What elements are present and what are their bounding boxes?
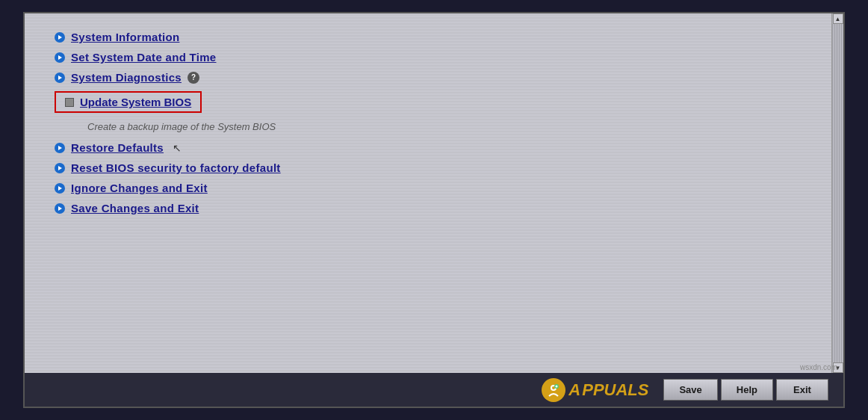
menu-item-save-changes[interactable]: Save Changes and Exit (55, 200, 802, 217)
menu-item-system-diagnostics[interactable]: System Diagnostics ? (55, 69, 802, 86)
main-content: System Information Set System Date and T… (25, 13, 843, 373)
arrow-icon (55, 143, 65, 153)
exit-button[interactable]: Exit (776, 379, 828, 401)
bottom-buttons: Save Help Exit (663, 379, 828, 401)
logo-icon (542, 378, 565, 402)
svg-point-3 (556, 385, 558, 387)
help-icon[interactable]: ? (187, 72, 199, 84)
arrow-icon (55, 163, 65, 173)
appuals-logo: APPUALS (542, 378, 648, 402)
update-bios-label: Update System BIOS (80, 96, 191, 108)
backup-text: Create a backup image of the System BIOS (87, 121, 276, 132)
help-button[interactable]: Help (721, 379, 773, 401)
set-date-label: Set System Date and Time (71, 51, 217, 64)
bios-screen: System Information Set System Date and T… (25, 13, 843, 373)
watermark: wsxdn.com (800, 363, 837, 371)
scroll-up-arrow[interactable]: ▲ (833, 13, 843, 24)
save-button[interactable]: Save (663, 379, 717, 401)
reset-bios-label: Reset BIOS security to factory default (71, 161, 281, 174)
update-bios-item[interactable]: Update System BIOS (55, 89, 802, 115)
arrow-icon (55, 183, 65, 194)
update-bios-box: Update System BIOS (55, 91, 202, 113)
arrow-icon (55, 32, 65, 43)
logo-text: A (568, 380, 580, 400)
menu-item-system-information[interactable]: System Information (55, 28, 802, 46)
restore-defaults-label: Restore Defaults (71, 141, 164, 154)
menu-area: System Information Set System Date and T… (25, 13, 831, 373)
logo-rest: PPUALS (582, 380, 648, 400)
scrollbar[interactable]: ▲ ▼ (831, 13, 843, 373)
square-icon (65, 98, 74, 107)
ignore-changes-label: Ignore Changes and Exit (71, 182, 208, 194)
system-diagnostics-label: System Diagnostics (71, 71, 182, 84)
menu-item-restore-defaults[interactable]: Restore Defaults ↖ (55, 139, 802, 156)
cursor-arrow: ↖ (173, 142, 182, 154)
backup-text-row: Create a backup image of the System BIOS (71, 120, 802, 133)
scrollbar-track (832, 24, 843, 362)
menu-item-set-date[interactable]: Set System Date and Time (55, 49, 802, 66)
bios-outer-frame: System Information Set System Date and T… (23, 12, 845, 408)
arrow-icon (55, 203, 65, 214)
menu-item-ignore-changes[interactable]: Ignore Changes and Exit (55, 179, 802, 197)
save-changes-label: Save Changes and Exit (71, 202, 199, 214)
arrow-icon (55, 52, 65, 63)
bottom-bar: APPUALS Save Help Exit (25, 373, 843, 407)
arrow-icon (55, 72, 65, 83)
menu-item-reset-bios[interactable]: Reset BIOS security to factory default (55, 159, 802, 176)
system-information-label: System Information (71, 31, 179, 43)
